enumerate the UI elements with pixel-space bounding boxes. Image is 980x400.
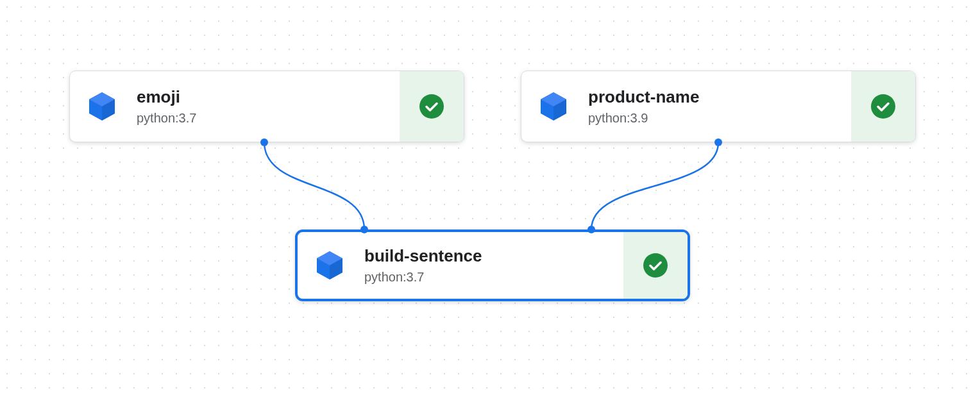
node-product-name[interactable]: product-name python:3.9 bbox=[521, 71, 916, 142]
node-title: build-sentence bbox=[364, 246, 623, 266]
svg-point-3 bbox=[419, 94, 444, 119]
port-product-name-out[interactable] bbox=[714, 138, 722, 146]
status-badge bbox=[851, 71, 915, 142]
port-build-sentence-in-right[interactable] bbox=[587, 226, 595, 233]
node-subtitle: python:3.9 bbox=[588, 111, 851, 126]
port-emoji-out[interactable] bbox=[260, 138, 268, 146]
edge-emoji-to-build-sentence bbox=[264, 142, 364, 229]
cube-icon bbox=[298, 232, 362, 299]
node-subtitle: python:3.7 bbox=[137, 111, 400, 126]
check-icon bbox=[871, 94, 895, 119]
cube-icon bbox=[70, 71, 134, 142]
status-badge bbox=[623, 232, 688, 299]
node-emoji[interactable]: emoji python:3.7 bbox=[69, 71, 464, 142]
edge-layer bbox=[0, 0, 980, 400]
node-title: emoji bbox=[137, 87, 400, 107]
svg-point-11 bbox=[643, 253, 668, 278]
cube-icon bbox=[521, 71, 586, 142]
node-title: product-name bbox=[588, 87, 851, 107]
svg-point-7 bbox=[871, 94, 895, 119]
check-icon bbox=[419, 94, 444, 119]
node-subtitle: python:3.7 bbox=[364, 270, 623, 285]
edge-product-name-to-build-sentence bbox=[591, 142, 718, 229]
pipeline-canvas[interactable]: emoji python:3.7 product-name python:3.9 bbox=[0, 0, 980, 400]
port-build-sentence-in-left[interactable] bbox=[360, 226, 368, 233]
status-badge bbox=[400, 71, 464, 142]
check-icon bbox=[643, 253, 668, 278]
node-build-sentence[interactable]: build-sentence python:3.7 bbox=[295, 229, 690, 301]
